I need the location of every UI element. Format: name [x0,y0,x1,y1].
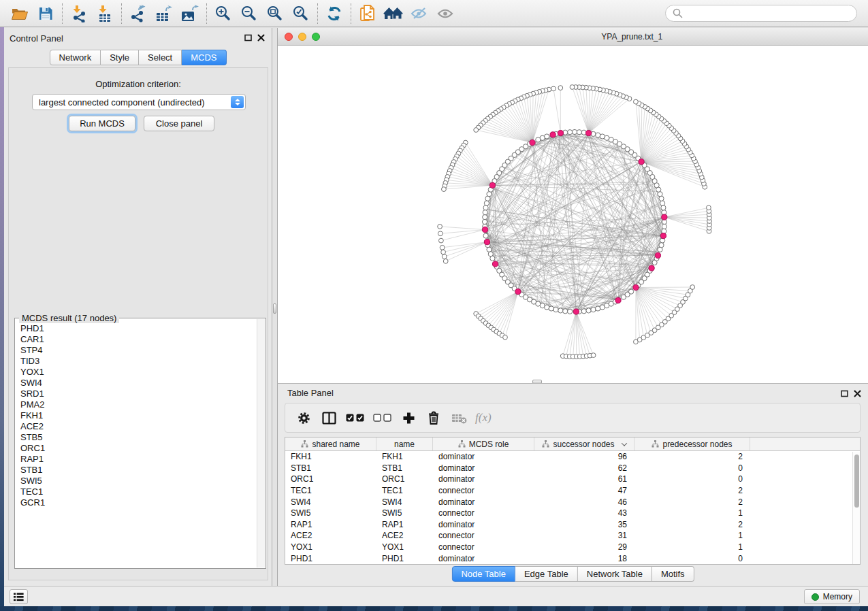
mcds-dominator-node[interactable] [633,284,639,290]
network-node[interactable] [438,231,443,236]
cell-predecessor_nodes[interactable]: 2 [634,486,750,495]
network-node[interactable] [439,238,444,243]
cell-shared_name[interactable]: YOX1 [285,542,376,552]
unselect-all-columns-icon[interactable] [371,408,393,428]
mcds-result-item[interactable]: YOX1 [20,367,257,378]
cell-predecessor_nodes[interactable]: 2 [634,497,750,507]
cell-successor_nodes[interactable]: 96 [534,452,634,461]
minimize-window-button[interactable] [298,33,306,41]
export-table-icon[interactable] [151,2,177,25]
mcds-dominator-node[interactable] [639,159,644,165]
network-node[interactable] [662,224,666,229]
network-node[interactable] [545,305,549,310]
table-row[interactable]: STB1STB1dominator620 [285,463,860,474]
table-settings-gear-icon[interactable] [293,408,314,428]
network-node[interactable] [591,308,596,312]
mcds-result-item[interactable]: STP4 [20,345,257,356]
cell-mcds_role[interactable]: dominator [433,520,534,529]
network-node[interactable] [690,285,695,290]
mcds-result-item[interactable]: SWI4 [20,378,257,389]
network-node[interactable] [503,335,508,340]
mcds-result-item[interactable]: CAR1 [20,334,257,345]
cell-predecessor_nodes[interactable]: 0 [634,474,750,484]
cell-predecessor_nodes[interactable]: 1 [634,531,750,540]
network-node[interactable] [474,128,479,133]
cell-mcds_role[interactable]: dominator [433,554,534,563]
cell-successor_nodes[interactable]: 29 [534,542,634,552]
mcds-result-item[interactable]: PMA2 [20,399,257,410]
mcds-dominator-node[interactable] [530,139,535,145]
save-icon[interactable] [33,2,59,25]
tab-network-table[interactable]: Network Table [578,566,652,582]
mcds-result-item[interactable]: GCR1 [20,497,257,508]
network-node[interactable] [591,353,596,358]
show-panels-list-button[interactable] [10,589,28,604]
network-node[interactable] [568,130,573,135]
table-row[interactable]: SWI4SWI4dominator462 [285,496,860,508]
network-node[interactable] [440,245,445,250]
mcds-dominator-node[interactable] [586,131,592,136]
close-window-button[interactable] [285,33,293,41]
table-row[interactable]: SWI5SWI5connector431 [285,508,860,519]
column-header-name[interactable]: name [376,437,433,450]
network-node[interactable] [596,133,600,137]
cell-successor_nodes[interactable]: 62 [534,463,634,473]
mcds-list-scrollbar[interactable] [257,319,265,567]
network-node[interactable] [536,137,541,142]
network-node[interactable] [438,225,443,229]
close-panel-icon[interactable] [854,390,861,397]
cell-name[interactable]: STB1 [376,463,433,473]
tab-select[interactable]: Select [139,50,182,65]
mcds-dominator-node[interactable] [550,132,556,137]
cell-name[interactable]: ORC1 [376,474,433,484]
mcds-dominator-node[interactable] [492,261,498,267]
network-window-titlebar[interactable]: YPA_prune.txt_1 [278,28,868,46]
column-header-MCDS-role[interactable]: MCDS role [433,437,534,450]
column-header-successor-nodes[interactable]: successor nodes [534,437,634,450]
home-icon[interactable] [381,2,406,25]
cell-predecessor_nodes[interactable]: 2 [634,520,750,529]
mcds-result-item[interactable]: ACE2 [20,421,257,432]
network-node[interactable] [600,134,605,139]
network-node[interactable] [442,254,447,259]
mcds-dominator-node[interactable] [489,182,495,188]
table-row[interactable]: ACE2ACE2connector311 [285,530,860,542]
cell-mcds_role[interactable]: dominator [433,497,534,507]
cell-shared_name[interactable]: ACE2 [285,531,376,540]
cell-predecessor_nodes[interactable]: 1 [634,542,750,552]
cell-name[interactable]: YOX1 [376,542,433,552]
network-node[interactable] [485,196,490,201]
zoom-selected-icon[interactable] [288,2,314,25]
cell-name[interactable]: FKH1 [376,452,433,461]
network-node[interactable] [483,233,488,238]
float-panel-icon[interactable] [841,390,848,397]
mcds-dominator-node[interactable] [484,240,489,245]
column-header-shared-name[interactable]: shared name [285,437,376,450]
mcds-result-item[interactable]: ORC1 [20,443,257,454]
cell-successor_nodes[interactable]: 18 [534,554,634,563]
network-node[interactable] [661,205,666,210]
cell-name[interactable]: SWI4 [376,497,433,507]
network-node[interactable] [484,201,489,205]
table-row[interactable]: FKH1FKH1dominator962 [285,451,860,463]
table-row[interactable]: PHD1PHD1dominator180 [285,552,860,564]
delete-column-trash-icon[interactable] [423,408,444,428]
mcds-dominator-node[interactable] [515,289,521,295]
mcds-dominator-node[interactable] [573,309,579,314]
network-node[interactable] [441,250,446,254]
cell-shared_name[interactable]: STB1 [285,463,376,473]
zoom-out-icon[interactable] [236,2,262,25]
show-column-panel-icon[interactable] [319,408,339,428]
cell-shared_name[interactable]: PHD1 [285,554,376,563]
network-node[interactable] [558,308,563,313]
mcds-result-item[interactable]: RAP1 [20,454,257,465]
tab-node-table[interactable]: Node Table [451,566,515,582]
cell-shared_name[interactable]: SWI4 [285,497,376,507]
network-node[interactable] [487,192,492,197]
cell-name[interactable]: PHD1 [376,554,433,563]
export-network-icon[interactable] [125,2,151,25]
network-node[interactable] [570,85,575,90]
table-row[interactable]: TEC1TEC1connector472 [285,485,860,497]
select-all-columns-icon[interactable] [344,408,366,428]
mcds-result-item[interactable]: TID3 [20,356,257,367]
